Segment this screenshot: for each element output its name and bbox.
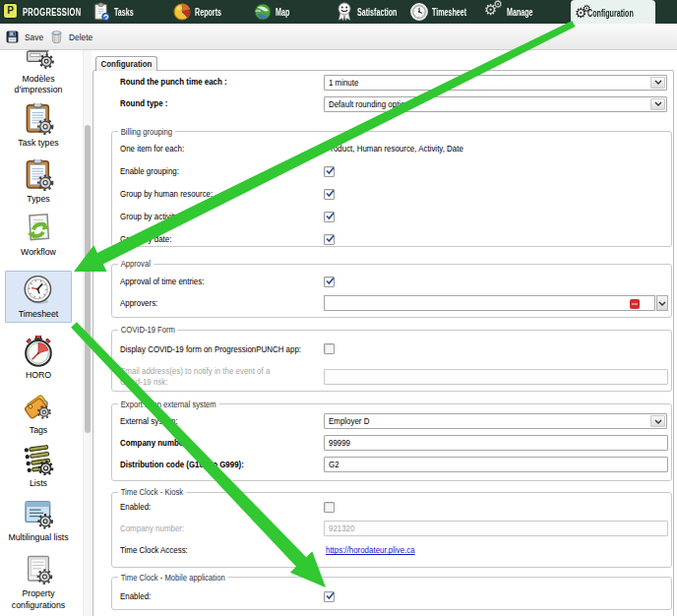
approval-fieldset: Approval Approval of time entries: Appro… [111, 264, 672, 318]
distribution-code-label: Distribution code (G100 to G999): [120, 454, 319, 475]
reports-icon [172, 2, 192, 22]
sidebar-item-types[interactable]: Types [5, 159, 72, 205]
sidebar-item-lists[interactable]: Lists [5, 444, 72, 489]
nav-manage[interactable]: ⚙⚙ Manage [484, 0, 545, 24]
sidebar-item-horo[interactable]: HORO [5, 336, 72, 381]
covid-email-input[interactable] [324, 369, 668, 385]
timesheet-icon [23, 275, 54, 306]
kiosk-company-label: Company number: [120, 518, 319, 539]
mobile-enabled-checkbox[interactable] [324, 591, 335, 602]
round-type-value: Default rounding options [329, 99, 413, 109]
nav-configuration[interactable]: ⚙⚙ Configuration [571, 0, 655, 25]
sidebar-item-timesheet[interactable]: Timesheet [5, 275, 72, 320]
kiosk-company-input[interactable]: 921320 [324, 521, 668, 536]
nav-reports[interactable]: Reports [172, 0, 234, 24]
sidebar-scrollbar-thumb[interactable] [85, 125, 91, 433]
types-icon [23, 159, 54, 191]
round-type-select[interactable]: Default rounding options [324, 96, 667, 112]
sidebar-item-tags[interactable]: Tags [5, 391, 72, 436]
nav-map-label: Map [276, 6, 289, 18]
lists-icon [23, 444, 54, 475]
checkmark-icon [325, 233, 336, 244]
print-models-icon [23, 50, 54, 71]
manage-icon: ⚙⚙ [484, 2, 504, 22]
map-icon [253, 2, 273, 22]
round-punch-select[interactable]: 1 minute [324, 75, 667, 91]
multilingual-lists-icon [23, 498, 54, 529]
satisfaction-icon [335, 2, 354, 22]
panel-tab-configuration[interactable]: Configuration [95, 56, 157, 72]
panel-tab-label: Configuration [101, 57, 153, 72]
enable-grouping-checkbox[interactable] [324, 166, 335, 177]
delete-icon [49, 30, 64, 44]
delete-button[interactable]: Delete [49, 24, 95, 49]
covid-display-label: Display COVID-19 form on ProgressionPUNC… [120, 339, 319, 360]
approvers-input[interactable] [324, 295, 655, 311]
covid-display-checkbox[interactable] [324, 343, 335, 354]
nav-manage-label: Manage [507, 6, 533, 18]
round-punch-value: 1 minute [329, 78, 358, 88]
sidebar-item-label: Multilingual lists [8, 531, 70, 543]
mobile-enabled-label: Enabled: [120, 585, 319, 607]
time-clock-access-link[interactable]: https://horodateur.plive.ca [326, 545, 415, 555]
group-date-checkbox[interactable] [324, 234, 335, 245]
save-button[interactable]: Save [5, 24, 46, 49]
horo-icon [23, 336, 54, 367]
approval-entries-checkbox[interactable] [324, 277, 335, 287]
group-human-label: Group by human resource: [120, 183, 319, 205]
group-human-checkbox[interactable] [324, 189, 335, 200]
distribution-code-input[interactable]: G2 [324, 457, 668, 472]
configuration-panel: Round the punch time each : 1 minute Rou… [92, 70, 674, 616]
covid-fieldset: COVID-19 Form Display COVID-19 form on P… [111, 330, 672, 392]
kiosk-enabled-checkbox[interactable] [324, 502, 335, 513]
select-arrow-button[interactable] [650, 98, 665, 111]
sidebar-item-property-configurations[interactable]: Property configurations [5, 554, 72, 610]
kiosk-company-value: 921320 [329, 524, 354, 533]
chevron-down-icon [654, 419, 662, 424]
checkmark-icon [325, 211, 336, 221]
covid-email-label: Email address(es) to notify in the event… [120, 364, 289, 390]
round-punch-label: Round the punch time each : [120, 72, 319, 93]
nav-timesheet-label: Timesheet [432, 6, 466, 18]
sidebar-item-label: Tags [8, 424, 70, 436]
round-type-label: Round type : [120, 93, 319, 115]
sidebar-item-multilingual-lists[interactable]: Multilingual lists [5, 498, 72, 543]
checkmark-icon [325, 188, 336, 199]
company-number-label: Company number: [120, 432, 319, 454]
sidebar-item-workflow[interactable]: Workflow [5, 213, 72, 258]
workflow-icon [23, 213, 54, 244]
company-number-input[interactable]: 99999 [324, 435, 668, 451]
chevron-down-icon [654, 80, 662, 85]
approvers-required-icon [630, 299, 640, 309]
billing-grouping-fieldset: Billing grouping One item for each: Prod… [111, 131, 672, 247]
save-icon [5, 30, 20, 44]
delete-button-label: Delete [69, 31, 92, 42]
export-legend: Export to an external system [118, 400, 218, 409]
chevron-down-icon [654, 101, 662, 106]
top-navbar: P PROGRESSION Tasks Reports [0, 0, 677, 24]
tasks-icon [92, 2, 111, 22]
company-number-value: 99999 [329, 438, 350, 448]
sidebar-item-label: Workflow [8, 246, 70, 258]
nav-satisfaction[interactable]: Satisfaction [335, 0, 416, 24]
external-system-select[interactable]: Employer D [324, 413, 667, 429]
kiosk-fieldset: Time Clock - Kiosk Enabled: Company numb… [111, 492, 672, 568]
progression-logo: P [3, 3, 18, 19]
select-arrow-button[interactable] [650, 77, 665, 90]
sidebar-item-task-types[interactable]: Task types [5, 103, 72, 149]
group-activity-checkbox[interactable] [324, 212, 335, 222]
save-button-label: Save [25, 31, 43, 42]
nav-tasks[interactable]: Tasks [92, 0, 143, 24]
nav-timesheet[interactable]: Timesheet [409, 0, 483, 24]
sidebar-item-label: Task types [8, 137, 70, 149]
kiosk-enabled-label: Enabled: [120, 496, 319, 518]
approvers-dropdown-button[interactable] [656, 295, 668, 311]
sidebar-item-label: Modèles d'impression [8, 73, 70, 95]
chevron-down-icon [658, 301, 666, 306]
sidebar-item-modeles-impression[interactable]: Modèles d'impression [5, 50, 72, 95]
nav-map[interactable]: Map [253, 0, 296, 24]
toolbar: Save Delete [0, 24, 677, 50]
app-window: P PROGRESSION Tasks Reports [0, 0, 677, 616]
select-arrow-button[interactable] [650, 415, 665, 428]
covid-legend: COVID-19 Form [118, 325, 178, 335]
